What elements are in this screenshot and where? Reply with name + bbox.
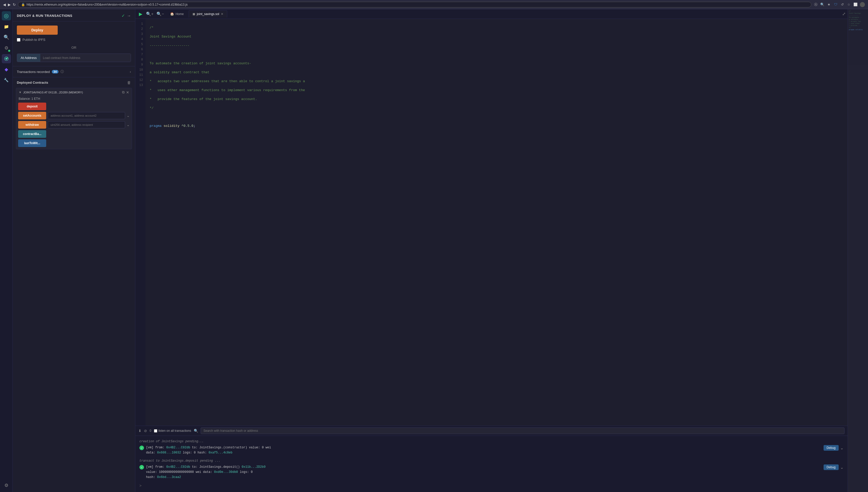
transactions-left: Transactions recorded 34 ⓘ xyxy=(17,69,64,74)
console-prompt: > xyxy=(139,483,843,489)
publish-ipfs-label: Publish to IPFS xyxy=(22,38,45,42)
transactions-count: 34 xyxy=(52,70,58,73)
url-bar[interactable]: 🔒 https://remix.ethereum.org/#optimize=f… xyxy=(18,2,811,7)
browser-icon-5[interactable]: ⬜ xyxy=(853,2,858,7)
sidebar-logo[interactable]: ◎ xyxy=(2,11,11,20)
deployed-contracts-title: Deployed Contracts xyxy=(17,81,48,84)
code-editor[interactable]: 1 2 3 4 5 6 7 8 9 10 11 12 13 /* Joint S… xyxy=(135,19,848,426)
tab-joint-savings-label: joint_savings.sol xyxy=(197,12,219,16)
mini-map: /* Joint Savings ---------- To automate.… xyxy=(848,9,868,492)
withdraw-button[interactable]: withdraw xyxy=(18,121,46,129)
panel-title: DEPLOY & RUN TRANSACTIONS xyxy=(17,14,72,18)
sidebar-item-debug[interactable]: ◆ xyxy=(2,65,11,74)
deploy-icon xyxy=(4,56,9,61)
console-entry-2-text: [vm] from: 0x4B2...C02db to: JointSaving… xyxy=(146,464,266,480)
console-search-input[interactable] xyxy=(201,427,845,434)
debug-button-1[interactable]: Debug xyxy=(824,445,839,451)
deposit-button[interactable]: deposit xyxy=(18,103,46,110)
refresh-button[interactable]: ↻ xyxy=(13,3,16,7)
tab-joint-savings[interactable]: ◼ joint_savings.sol ✕ xyxy=(189,10,227,18)
run-button[interactable]: ▶ xyxy=(137,11,144,17)
forward-button[interactable]: ▶ xyxy=(8,3,11,7)
line-numbers: 1 2 3 4 5 6 7 8 9 10 11 12 13 xyxy=(135,19,146,426)
deployed-contracts-header: Deployed Contracts 🗑 xyxy=(13,77,135,87)
contract-item-header: ▼ JOINTSAVINGS AT 0X11B...2D2B9 (MEMORY)… xyxy=(16,88,132,96)
tab-expand-button[interactable]: ⤢ xyxy=(842,11,846,16)
publish-ipfs-row: Publish to IPFS xyxy=(17,38,131,42)
deploy-panel: DEPLOY & RUN TRANSACTIONS ✓ → Deploy Pub… xyxy=(13,9,135,492)
withdraw-input[interactable] xyxy=(48,121,125,128)
or-divider: OR xyxy=(17,46,131,50)
browser-icon-2[interactable]: 🔍 xyxy=(820,2,825,7)
tab-close-icon[interactable]: ✕ xyxy=(221,12,223,16)
sidebar-item-compile[interactable]: ⚙ xyxy=(2,43,11,53)
console-entry-2: ✓ [vm] from: 0x4B2...C02db to: JointSavi… xyxy=(139,464,843,480)
svg-point-2 xyxy=(7,57,8,59)
sidebar-item-deploy[interactable] xyxy=(2,54,11,63)
zoom-out-button[interactable]: 🔍− xyxy=(155,11,165,16)
setaccounts-button[interactable]: setAccounts xyxy=(18,112,46,119)
sidebar-item-search[interactable]: 🔍 xyxy=(2,33,11,42)
sidebar-item-plugins[interactable]: 🔧 xyxy=(2,76,11,85)
setaccounts-input[interactable] xyxy=(48,112,125,119)
console-pending-2: transact to JointSavings.deposit pending… xyxy=(139,458,843,463)
sidebar-item-files[interactable]: 📁 xyxy=(2,22,11,31)
zoom-in-button[interactable]: 🔍+ xyxy=(145,11,154,16)
browser-icons: Ⓐ 🔍 ★ 🛡 ↺ ☆ ⬜ xyxy=(813,2,865,7)
withdraw-expand-icon[interactable]: ⌄ xyxy=(127,123,130,127)
arrow-icon[interactable]: → xyxy=(127,14,131,18)
check-icon: ✓ xyxy=(122,13,125,18)
browser-icon-4[interactable]: ↺ xyxy=(840,2,845,7)
publish-ipfs-checkbox[interactable] xyxy=(17,38,20,42)
fn-row-deposit: deposit xyxy=(18,103,130,110)
copy-icon[interactable]: ⧉ xyxy=(122,90,125,94)
contract-item: ▼ JOINTSAVINGS AT 0X11B...2D2B9 (MEMORY)… xyxy=(16,88,132,149)
sol-tab-icon: ◼ xyxy=(192,12,195,16)
browser-icon-avatar[interactable] xyxy=(860,2,865,7)
expand-button-2[interactable]: ⌄ xyxy=(840,465,843,470)
contract-name: JOINTSAVINGS AT 0X11B...2D2B9 (MEMORY) xyxy=(23,91,120,94)
panel-header: DEPLOY & RUN TRANSACTIONS ✓ → xyxy=(13,9,135,21)
success-icon-1: ✓ xyxy=(139,446,144,450)
lasttowit-button[interactable]: lastToWit... xyxy=(18,139,46,147)
at-address-button[interactable]: At Address xyxy=(17,54,40,62)
app-container: ◎ 📁 🔍 ⚙ ◆ 🔧 ⚙ DEPLOY & RUN TRANSACTIONS … xyxy=(0,9,868,492)
icon-sidebar: ◎ 📁 🔍 ⚙ ◆ 🔧 ⚙ xyxy=(0,9,13,492)
listen-label: listen on all transactions xyxy=(159,429,191,433)
contract-chevron-icon[interactable]: ▼ xyxy=(19,91,22,94)
load-contract-input[interactable] xyxy=(40,54,131,62)
console-entry-1-text: [vm] from: 0x4B2...C02db to: JointSaving… xyxy=(146,445,271,455)
tab-home[interactable]: 🏠 Home xyxy=(166,10,188,18)
fn-row-lasttowit: lastToWit... xyxy=(18,139,130,147)
contract-buttons: deposit setAccounts ⌄ withdraw ⌄ contrac… xyxy=(16,103,132,149)
clear-icon[interactable]: ⊘ xyxy=(144,429,147,433)
url-text: https://remix.ethereum.org/#optimize=fal… xyxy=(27,3,188,6)
chevron-right-icon: › xyxy=(130,70,131,74)
trash-icon[interactable]: 🗑 xyxy=(127,80,131,85)
browser-icon-1[interactable]: Ⓐ xyxy=(813,2,818,7)
at-address-row: At Address xyxy=(17,54,131,62)
panel-body: Deploy Publish to IPFS OR At Address xyxy=(13,21,135,66)
contract-close-icon[interactable]: ✕ xyxy=(126,90,129,94)
console-pending-1: creation of JointSavings pending... xyxy=(139,439,843,444)
panel-header-icons: ✓ → xyxy=(122,13,131,18)
main-area: ▶ 🔍+ 🔍− 🏠 Home ◼ joint_savings.sol ✕ ⤢ 1… xyxy=(135,9,848,492)
compile-badge xyxy=(8,50,10,52)
browser-icon-star[interactable]: ☆ xyxy=(847,2,851,7)
expand-button-1[interactable]: ⌄ xyxy=(840,446,843,450)
listen-checkbox[interactable] xyxy=(154,429,157,433)
fold-icon[interactable]: ⬇ xyxy=(138,429,141,433)
console-count: 0 xyxy=(150,429,151,433)
contractba-button[interactable]: contractBa... xyxy=(18,130,46,138)
debug-button-2[interactable]: Debug xyxy=(824,464,839,470)
browser-icon-shield[interactable]: 🛡 xyxy=(833,2,838,7)
transactions-section[interactable]: Transactions recorded 34 ⓘ › xyxy=(13,66,135,77)
sidebar-item-settings[interactable]: ⚙ xyxy=(2,481,11,490)
setaccounts-expand-icon[interactable]: ⌄ xyxy=(127,114,130,118)
deploy-button[interactable]: Deploy xyxy=(17,26,58,35)
code-content[interactable]: /* Joint Savings Account ---------------… xyxy=(146,19,848,426)
back-button[interactable]: ◀ xyxy=(3,3,6,7)
contract-balance: Balance: 1 ETH xyxy=(16,96,132,103)
info-icon: ⓘ xyxy=(61,69,64,74)
browser-icon-3[interactable]: ★ xyxy=(827,2,831,7)
